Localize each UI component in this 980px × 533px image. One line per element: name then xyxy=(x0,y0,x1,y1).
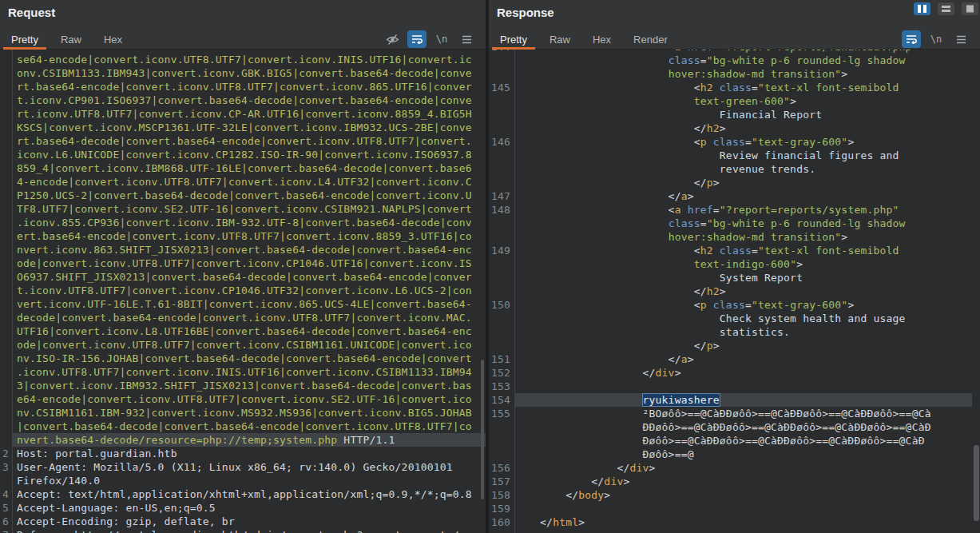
single-layout-button[interactable] xyxy=(962,2,978,15)
code-segment: html xyxy=(553,516,578,528)
code-segment: </ xyxy=(521,177,707,189)
code-row: System Report xyxy=(489,271,980,284)
code-segment xyxy=(713,245,720,257)
tab-render[interactable]: Render xyxy=(622,29,679,50)
code-segment: a xyxy=(681,190,688,202)
tab-pretty[interactable]: Pretty xyxy=(0,29,50,50)
line-number xyxy=(0,121,13,134)
code-row: 4-encode|convert.iconv.UTF8.UTF7|convert… xyxy=(0,175,486,189)
show-newlines-button[interactable]: \n xyxy=(926,30,946,48)
code-row: Financial Report xyxy=(489,108,980,121)
code-row: iconv.L6.UNICODE|convert.iconv.CP1282.IS… xyxy=(0,148,486,161)
code-text: Accept: text/html,application/xhtml+xml,… xyxy=(13,487,486,501)
code-text: nv.ISO-IR-156.JOHAB|convert.base64-decod… xyxy=(13,352,486,365)
line-number xyxy=(0,433,13,447)
line-number xyxy=(489,257,515,271)
code-row: ode|convert.iconv.UTF8.UTF7|convert.icon… xyxy=(0,338,486,352)
code-segment: Ðøôô>==@ xyxy=(521,448,694,460)
code-row: ode|convert.iconv.UTF8.UTF7|convert.icon… xyxy=(0,257,486,270)
code-segment: ode|convert.iconv.UTF8.UTF7|convert.icon… xyxy=(17,257,472,269)
code-row: 3User-Agent: Mozilla/5.0 (X11; Linux x86… xyxy=(0,460,486,474)
request-editor[interactable]: se64-encode|convert.iconv.UTF8.UTF7|conv… xyxy=(0,50,486,533)
code-segment: div xyxy=(656,367,675,379)
code-segment: h2 xyxy=(700,82,713,93)
hide-nonprinting-button[interactable] xyxy=(383,30,402,48)
code-text: nvert.iconv.863.SHIFT_JISX0213|convert.b… xyxy=(13,243,486,257)
code-segment: > xyxy=(623,475,629,487)
response-scrollbar-thumb[interactable] xyxy=(974,445,979,521)
code-segment: p xyxy=(707,340,713,352)
code-row: .iconv.855.CP936|convert.iconv.IBM-932.U… xyxy=(0,216,486,229)
show-newlines-button[interactable]: \n xyxy=(432,30,451,48)
columns-layout-button[interactable] xyxy=(914,2,930,15)
code-row: nv.CSIBM1161.IBM-932|convert.iconv.MS932… xyxy=(0,406,486,420)
code-text: ode|convert.iconv.UTF8.UTF7|convert.icon… xyxy=(13,257,486,270)
request-scrollbar-thumb[interactable] xyxy=(481,360,484,499)
tab-hex[interactable]: Hex xyxy=(581,29,622,50)
code-row: ert.base64-encode|convert.iconv.UTF8.UTF… xyxy=(0,229,486,243)
line-number xyxy=(0,365,13,379)
code-row: </p> xyxy=(489,176,980,189)
code-segment: "text-xl font-semibold xyxy=(758,245,899,257)
line-number xyxy=(0,148,13,161)
code-segment: .iconv.855.CP936|convert.iconv.IBM-932.U… xyxy=(17,217,472,229)
code-segment: "?report=reports/financial.php" xyxy=(720,50,919,53)
code-segment: > xyxy=(688,190,694,202)
code-segment: decode|convert.base64-encode|convert.ico… xyxy=(17,312,472,324)
code-row: Firefox/140.0 xyxy=(0,474,486,487)
line-number xyxy=(489,230,515,244)
code-row: 154 ryukiwashere xyxy=(489,393,980,407)
code-segment: vert.iconv.UTF-16LE.T.61-8BIT|convert.ic… xyxy=(17,298,472,310)
tab-raw[interactable]: Raw xyxy=(50,29,93,50)
code-segment: = xyxy=(713,50,720,53)
code-text: hover:shadow-md transition"> xyxy=(515,230,980,244)
word-wrap-button[interactable] xyxy=(902,30,921,48)
response-scrollbar-track[interactable] xyxy=(972,50,980,533)
code-segment: 4-encode|convert.iconv.UTF8.UTF7|convert… xyxy=(17,176,472,188)
code-segment: </ xyxy=(521,516,553,528)
code-segment: class xyxy=(669,54,700,66)
code-segment: System Report xyxy=(521,272,803,284)
code-segment: > xyxy=(796,258,803,270)
columns-icon xyxy=(918,2,926,16)
code-text: Referer: http://portal.guardian.htb/admi… xyxy=(13,528,486,533)
code-row: 158 </body> xyxy=(489,488,980,502)
word-wrap-button[interactable] xyxy=(407,30,427,48)
code-row: 859_4|convert.iconv.IBM868.UTF-16LE|conv… xyxy=(0,161,486,175)
line-number xyxy=(0,352,13,365)
rows-layout-button[interactable] xyxy=(938,2,954,15)
code-text: revenue trends. xyxy=(515,162,980,176)
code-segment: Accept-Encoding: gzip, deflate, br xyxy=(17,515,235,527)
editor-menu-button[interactable] xyxy=(951,30,970,48)
tab-raw[interactable]: Raw xyxy=(538,29,581,50)
code-text: nv.CSIBM1161.IBM-932|convert.iconv.MS932… xyxy=(13,406,486,420)
code-text: Firefox/140.0 xyxy=(13,474,486,487)
code-segment xyxy=(713,82,720,93)
code-segment: </ xyxy=(521,190,681,202)
line-number xyxy=(0,338,13,352)
code-segment: "text-xl font-semibold xyxy=(758,82,899,93)
code-segment: = xyxy=(745,299,752,311)
code-segment: href xyxy=(688,204,713,216)
code-row: 155 ²BOøôô>==@CàÐÐøôô>==@CàÐÐøôô>==@CàÐÐ… xyxy=(489,407,980,420)
line-number xyxy=(489,420,515,434)
code-segment: a xyxy=(681,353,688,365)
code-text: iconv.L6.UNICODE|convert.iconv.CP1282.IS… xyxy=(13,148,486,161)
code-text: nvert.base64-decode/resource=php://temp;… xyxy=(13,433,486,447)
menu-icon xyxy=(956,35,966,44)
code-segment: = xyxy=(713,204,720,216)
line-number xyxy=(489,121,515,135)
tab-hex[interactable]: Hex xyxy=(93,29,133,50)
code-segment: Accept-Language: en-US,en;q=0.5 xyxy=(17,502,216,514)
code-segment xyxy=(707,299,713,311)
code-segment xyxy=(521,394,643,406)
code-segment: div xyxy=(604,475,623,487)
response-editor[interactable]: 144 <a href="?report=reports/financial.p… xyxy=(489,50,980,533)
code-segment: > xyxy=(720,285,726,297)
code-text: text-indigo-600"> xyxy=(515,257,980,271)
line-number xyxy=(0,107,13,121)
editor-menu-button[interactable] xyxy=(457,30,476,48)
tab-pretty[interactable]: Pretty xyxy=(489,29,538,50)
code-segment: h2 xyxy=(700,245,713,257)
code-segment: </ xyxy=(521,340,707,352)
